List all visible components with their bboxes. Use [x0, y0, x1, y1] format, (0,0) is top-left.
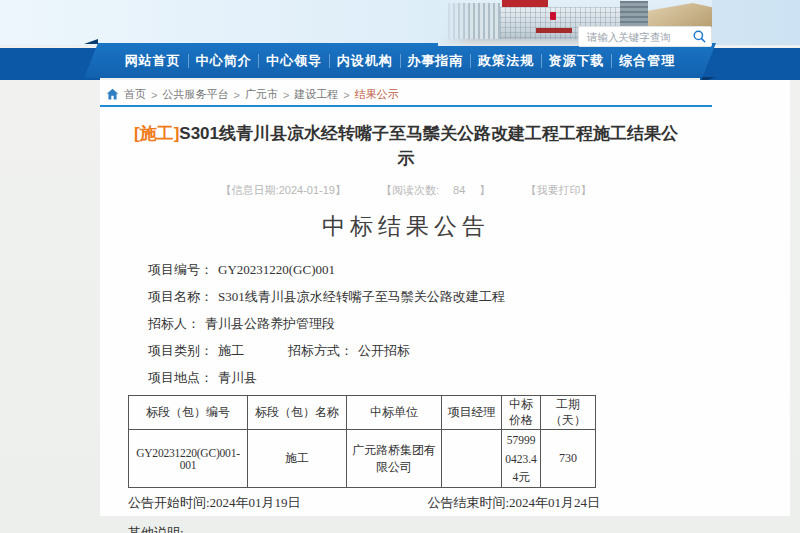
- field-row: 项目类别：施工招标方式：公开招标: [148, 337, 712, 364]
- nav-item-7[interactable]: 综合管理: [612, 52, 682, 70]
- field-pair: 项目地点：青川县: [148, 370, 257, 385]
- read-count-value: 84: [453, 184, 465, 196]
- bid-table-header: 标段（包）名称: [248, 396, 347, 430]
- breadcrumb-item[interactable]: 建设工程: [294, 87, 338, 102]
- page-title: [施工]S301线青川县凉水经转嘴子至马鬃关公路改建工程工程施工结果公示: [132, 121, 680, 171]
- bid-table-header: 标段（包）编号: [129, 396, 248, 430]
- breadcrumb-separator: >: [343, 89, 349, 101]
- table-row: GY20231220(GC)001-001施工广元路桥集团有限公司5799904…: [129, 430, 596, 488]
- notice-heading: 中标结果公告: [100, 212, 712, 242]
- photo-red-sign: [502, 0, 548, 7]
- breadcrumb-separator: >: [151, 89, 157, 101]
- home-icon[interactable]: [106, 88, 119, 101]
- nav-item-3[interactable]: 内设机构: [330, 52, 400, 70]
- table-cell: 广元路桥集团有限公司: [347, 430, 442, 488]
- nav-item-1[interactable]: 中心简介: [189, 52, 259, 70]
- read-count: 【阅读次数:84】: [381, 184, 490, 196]
- field-row: 项目编号：GY20231220(GC)001: [148, 256, 712, 283]
- title-category-tag: [施工]: [134, 124, 179, 143]
- print-button[interactable]: 【我要打印】: [525, 184, 591, 196]
- bid-table-header: 工期（天）: [541, 396, 596, 430]
- field-label: 招标人：: [148, 316, 200, 331]
- breadcrumb-separator: >: [283, 89, 289, 101]
- table-cell: 施工: [248, 430, 347, 488]
- field-label: 项目类别：: [148, 343, 213, 358]
- field-value: 公开招标: [358, 343, 410, 358]
- field-label: 项目地点：: [148, 370, 213, 385]
- content-panel: 首页>公共服务平台>广元市>建设工程>结果公示 [施工]S301线青川县凉水经转…: [100, 80, 790, 516]
- bid-table-header-row: 标段（包）编号标段（包）名称中标单位项目经理中标价格工期（天）: [129, 396, 596, 430]
- title-text: S301线青川县凉水经转嘴子至马鬃关公路改建工程工程施工结果公示: [179, 124, 678, 168]
- breadcrumb-item[interactable]: 公共服务平台: [162, 87, 228, 102]
- photo-red-banner: [536, 28, 572, 33]
- breadcrumb-item[interactable]: 广元市: [245, 87, 278, 102]
- field-pair: 项目类别：施工: [148, 343, 244, 358]
- search-box[interactable]: [578, 26, 712, 47]
- nav-item-6[interactable]: 资源下载: [542, 52, 612, 70]
- national-emblem-icon: [550, 12, 556, 20]
- breadcrumb-trail: 首页>公共服务平台>广元市>建设工程>结果公示: [124, 87, 399, 102]
- nav-ribbon-left: [0, 48, 100, 80]
- field-row: 招标人：青川县公路养护管理段: [148, 310, 712, 337]
- nav-item-0[interactable]: 网站首页: [118, 52, 188, 70]
- search-input[interactable]: [587, 31, 692, 43]
- field-row: 项目名称：S301线青川县凉水经转嘴子至马鬃关公路改建工程: [148, 283, 712, 310]
- bid-result-table: 标段（包）编号标段（包）名称中标单位项目经理中标价格工期（天） GY202312…: [128, 395, 596, 488]
- nav-ribbon-right: [700, 48, 800, 80]
- info-date: 【信息日期:2024-01-19】: [221, 184, 346, 196]
- breadcrumb-separator: >: [233, 89, 239, 101]
- table-cell: [442, 430, 502, 488]
- field-label: 项目名称：: [148, 289, 213, 304]
- field-value: 青川县: [218, 370, 257, 385]
- field-pair: 项目编号：GY20231220(GC)001: [148, 262, 335, 277]
- field-row: 项目地点：青川县: [148, 364, 712, 391]
- bid-table-header: 中标单位: [347, 396, 442, 430]
- field-label: 项目编号：: [148, 262, 213, 277]
- nav-item-4[interactable]: 办事指南: [401, 52, 471, 70]
- field-value: GY20231220(GC)001: [218, 262, 335, 277]
- field-pair: 招标方式：公开招标: [288, 343, 410, 358]
- breadcrumb-current: 结果公示: [355, 87, 399, 102]
- article-meta: 【信息日期:2024-01-19】 【阅读次数:84】 【我要打印】: [100, 183, 712, 198]
- announcement-start-time: 公告开始时间:2024年01月19日: [128, 494, 301, 512]
- breadcrumb: 首页>公共服务平台>广元市>建设工程>结果公示: [106, 87, 399, 102]
- table-cell: 579990423.44元: [502, 430, 541, 488]
- nav-item-2[interactable]: 中心领导: [259, 52, 329, 70]
- bid-table-header: 项目经理: [442, 396, 502, 430]
- table-cell: 730: [541, 430, 596, 488]
- field-label: 招标方式：: [288, 343, 353, 358]
- project-fields: 项目编号：GY20231220(GC)001项目名称：S301线青川县凉水经转嘴…: [148, 256, 712, 391]
- announcement-times: 公告开始时间:2024年01月19日 公告结束时间:2024年01月24日: [128, 494, 600, 512]
- announcement-end-time: 公告结束时间:2024年01月24日: [427, 494, 600, 512]
- table-cell: GY20231220(GC)001-001: [129, 430, 248, 488]
- search-icon[interactable]: [692, 29, 707, 44]
- nav-item-5[interactable]: 政策法规: [471, 52, 541, 70]
- field-pair: 招标人：青川县公路养护管理段: [148, 316, 335, 331]
- article: [施工]S301线青川县凉水经转嘴子至马鬃关公路改建工程工程施工结果公示 【信息…: [100, 107, 712, 533]
- breadcrumb-home-link[interactable]: 首页: [124, 87, 146, 102]
- nav-menu: 网站首页中心简介中心领导内设机构办事指南政策法规资源下载综合管理: [84, 43, 716, 78]
- field-value: 青川县公路养护管理段: [205, 316, 335, 331]
- bid-table-header: 中标价格: [502, 396, 541, 430]
- field-value: 施工: [218, 343, 244, 358]
- other-notes-label: 其他说明:: [128, 524, 712, 533]
- field-pair: 项目名称：S301线青川县凉水经转嘴子至马鬃关公路改建工程: [148, 289, 505, 304]
- bid-table-body: GY20231220(GC)001-001施工广元路桥集团有限公司5799904…: [129, 430, 596, 488]
- field-value: S301线青川县凉水经转嘴子至马鬃关公路改建工程: [218, 289, 505, 304]
